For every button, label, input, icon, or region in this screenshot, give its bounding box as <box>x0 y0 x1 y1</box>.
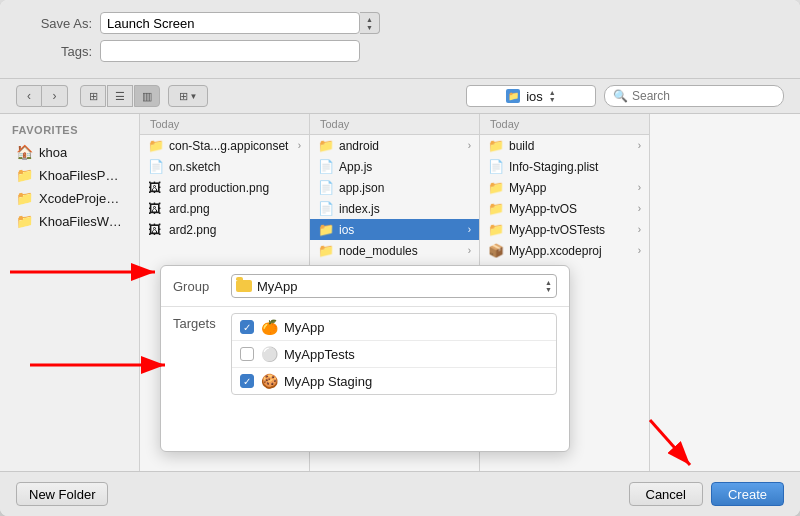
nav-forward-button[interactable]: › <box>42 85 68 107</box>
red-arrow-tests <box>20 345 200 385</box>
group-select[interactable]: MyApp ▲▼ <box>231 274 557 298</box>
group-select-text: MyApp <box>236 279 297 294</box>
target-item-myapp-staging[interactable]: ✓ 🍪 MyApp Staging <box>232 368 556 394</box>
tags-input[interactable] <box>100 40 360 62</box>
file-row[interactable]: 📄 App.js <box>310 156 479 177</box>
arrow-icon: › <box>468 140 471 151</box>
nav-buttons: ‹ › <box>16 85 68 107</box>
file-row[interactable]: 🖼 ard.png <box>140 198 309 219</box>
file-name: MyApp-tvOS <box>509 202 633 216</box>
file-name: MyApp.xcodeproj <box>509 244 633 258</box>
file-row[interactable]: 📦 MyApp.xcodeproj › <box>480 240 649 261</box>
arrow-icon: › <box>638 140 641 151</box>
myapptests-checkbox[interactable] <box>240 347 254 361</box>
myapp-name: MyApp <box>284 320 324 335</box>
arrow-icon-4: › <box>638 224 641 235</box>
folder-icon-4: 📁 <box>318 243 334 258</box>
new-folder-button[interactable]: New Folder <box>16 482 108 506</box>
sidebar-item-khoafileswork[interactable]: 📁 KhoaFilesWork <box>4 210 135 232</box>
location-stepper: ▲▼ <box>549 89 556 103</box>
dialog-header: Save As: ▲ ▼ Tags: <box>0 0 800 79</box>
target-item-myapptests[interactable]: ⚪ MyAppTests <box>232 341 556 368</box>
sidebar: Favorites 🏠 khoa 📁 KhoaFilesPers... 📁 Xc… <box>0 114 140 471</box>
save-dialog: Save As: ▲ ▼ Tags: ‹ › ⊞ ☰ ▥ ⊞▼ 📁 ios <box>0 0 800 516</box>
targets-list: ✓ 🍊 MyApp ⚪ MyAppTests ✓ 🍪 MyApp Staging <box>231 313 557 395</box>
arrow-icon-2: › <box>638 182 641 193</box>
red-arrow-ios <box>0 252 180 292</box>
file-row-ios[interactable]: 📁 ios › <box>310 219 479 240</box>
folder-icon-2: 📁 <box>16 190 33 206</box>
search-box[interactable]: 🔍 <box>604 85 784 107</box>
sidebar-item-khoa-label: khoa <box>39 145 67 160</box>
overlay-spacer <box>161 401 569 451</box>
search-icon: 🔍 <box>613 89 628 103</box>
file-name: ard2.png <box>169 223 301 237</box>
arrange-button[interactable]: ⊞▼ <box>168 85 208 107</box>
arrow-icon-4: › <box>468 245 471 256</box>
folder-icon: 📁 <box>318 138 334 153</box>
col1-header: Today <box>140 114 309 135</box>
file-row[interactable]: 📄 on.sketch <box>140 156 309 177</box>
file-row[interactable]: 📁 MyApp-tvOSTests › <box>480 219 649 240</box>
file-row[interactable]: 📄 app.json <box>310 177 479 198</box>
target-item-myapp[interactable]: ✓ 🍊 MyApp <box>232 314 556 341</box>
col3-header: Today <box>480 114 649 135</box>
myapptests-icon: ⚪ <box>260 345 278 363</box>
file-row[interactable]: 📄 index.js <box>310 198 479 219</box>
svg-line-5 <box>650 420 690 465</box>
folder-icon-selected: 📁 <box>318 222 334 237</box>
file-name-ios: ios <box>339 223 463 237</box>
file-name: con-Sta...g.appiconset <box>169 139 293 153</box>
sidebar-item-khoafilespers[interactable]: 📁 KhoaFilesPers... <box>4 164 135 186</box>
myapp-icon: 🍊 <box>260 318 278 336</box>
file-row[interactable]: 📁 build › <box>480 135 649 156</box>
file-icon: 📄 <box>148 159 164 174</box>
myapptests-name: MyAppTests <box>284 347 355 362</box>
file-name: ard production.png <box>169 181 301 195</box>
nav-back-button[interactable]: ‹ <box>16 85 42 107</box>
targets-row: Targets ✓ 🍊 MyApp ⚪ MyAppTests ✓ 🍪 <box>161 307 569 401</box>
file-row[interactable]: 📄 Info-Staging.plist <box>480 156 649 177</box>
file-name: on.sketch <box>169 160 301 174</box>
arrow-icon-3: › <box>638 203 641 214</box>
file-row[interactable]: 📁 con-Sta...g.appiconset › <box>140 135 309 156</box>
file-row[interactable]: 📁 MyApp-tvOS › <box>480 198 649 219</box>
sidebar-section-favorites: Favorites <box>0 124 139 140</box>
view-icon-button[interactable]: ⊞ <box>80 85 106 107</box>
file-row[interactable]: 🖼 ard production.png <box>140 177 309 198</box>
image-icon: 🖼 <box>148 180 164 195</box>
location-select[interactable]: 📁 ios ▲▼ <box>466 85 596 107</box>
file-name: build <box>509 139 633 153</box>
group-targets-panel: Group MyApp ▲▼ Targets ✓ 🍊 <box>160 265 570 452</box>
myapp-staging-name: MyApp Staging <box>284 374 372 389</box>
image-icon-3: 🖼 <box>148 222 164 237</box>
image-icon-2: 🖼 <box>148 201 164 216</box>
file-row[interactable]: 📁 MyApp › <box>480 177 649 198</box>
folder-icon-2: 📁 <box>488 180 504 195</box>
group-label: Group <box>173 279 223 294</box>
myapp-checkbox[interactable]: ✓ <box>240 320 254 334</box>
folder-icon: 📁 <box>16 167 33 183</box>
sidebar-item-khoa[interactable]: 🏠 khoa <box>4 141 135 163</box>
plist-icon: 📄 <box>488 159 504 174</box>
file-row[interactable]: 📁 node_modules › <box>310 240 479 261</box>
view-column-button[interactable]: ▥ <box>134 85 160 107</box>
save-as-label: Save As: <box>20 16 100 31</box>
myapp-staging-checkbox[interactable]: ✓ <box>240 374 254 388</box>
group-select-stepper: ▲▼ <box>545 279 552 293</box>
file-name: android <box>339 139 463 153</box>
search-input[interactable] <box>632 89 782 103</box>
sidebar-item-khoafilespers-label: KhoaFilesPers... <box>39 168 123 183</box>
folder-icon-4: 📁 <box>488 222 504 237</box>
file-row[interactable]: 🖼 ard2.png <box>140 219 309 240</box>
package-icon: 📦 <box>488 243 504 258</box>
file-icon: 📄 <box>318 159 334 174</box>
group-row: Group MyApp ▲▼ <box>161 266 569 307</box>
save-as-input[interactable] <box>100 12 360 34</box>
sidebar-item-xcodeproject1-label: XcodeProject1 <box>39 191 123 206</box>
view-list-button[interactable]: ☰ <box>107 85 133 107</box>
save-as-stepper[interactable]: ▲ ▼ <box>360 12 380 34</box>
file-row[interactable]: 📁 android › <box>310 135 479 156</box>
sidebar-item-xcodeproject1[interactable]: 📁 XcodeProject1 <box>4 187 135 209</box>
folder-icon-3: 📁 <box>488 201 504 216</box>
